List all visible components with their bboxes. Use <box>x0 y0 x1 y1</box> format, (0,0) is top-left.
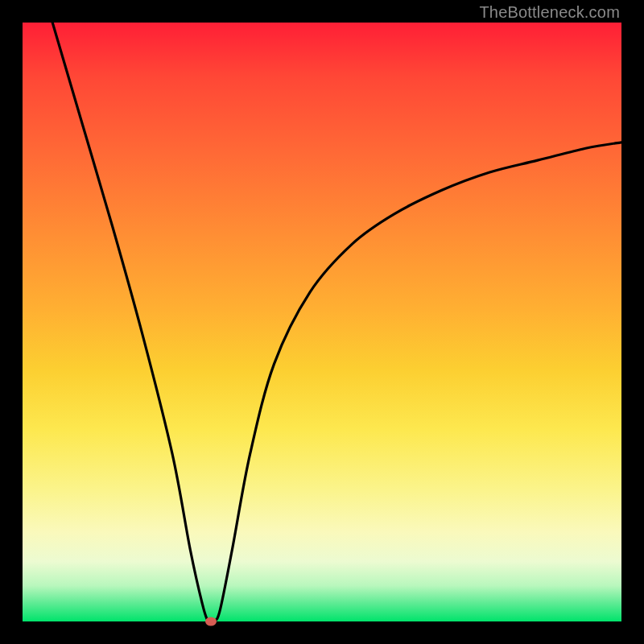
minimum-marker-dot <box>205 617 217 626</box>
chart-curve-svg <box>23 23 621 621</box>
bottleneck-curve-path <box>52 23 621 621</box>
watermark-text: TheBottleneck.com <box>479 3 620 22</box>
chart-frame <box>23 23 621 621</box>
